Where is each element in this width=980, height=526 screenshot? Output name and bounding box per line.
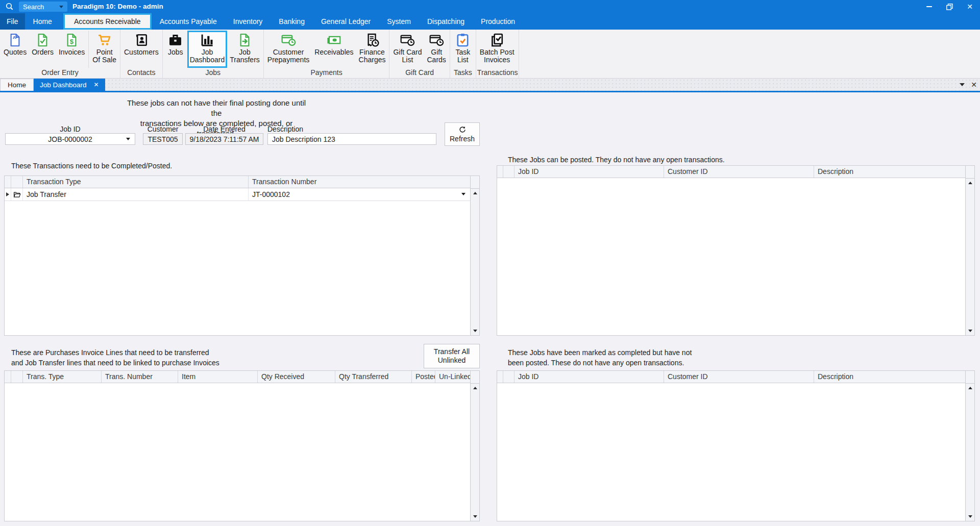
cell-dropdown-icon[interactable]: [461, 193, 465, 195]
column-header[interactable]: Description: [814, 371, 965, 383]
receipt-clock-icon: [365, 32, 380, 48]
active-tab-underline: [0, 91, 980, 92]
column-header[interactable]: Job ID: [514, 166, 664, 178]
ribbon-button-label: Job Transfers: [230, 48, 260, 64]
column-header[interactable]: Qty Received: [258, 371, 335, 383]
tab-close-icon[interactable]: ✕: [94, 81, 99, 88]
vertical-scrollbar[interactable]: [470, 371, 479, 521]
vertical-scrollbar[interactable]: [965, 371, 974, 521]
scroll-up-button[interactable]: [966, 384, 974, 392]
transaction-number-cell[interactable]: JT-0000102: [249, 188, 470, 201]
table-row[interactable]: Job TransferJT-0000102: [5, 188, 470, 201]
job-id-combo[interactable]: JOB-0000002: [5, 133, 135, 145]
column-header[interactable]: Customer ID: [664, 371, 814, 383]
ribbon-group-label: Order Entry: [1, 68, 119, 78]
scroll-down-button[interactable]: [471, 512, 479, 521]
ribbon-button-invoices[interactable]: $Invoices: [56, 31, 87, 68]
ribbon-button-orders[interactable]: Orders: [29, 31, 56, 68]
minimize-button[interactable]: [919, 0, 939, 13]
menu-tab-accounts-payable[interactable]: Accounts Payable: [152, 13, 225, 30]
menu-tab-production[interactable]: Production: [473, 13, 523, 30]
column-header[interactable]: Un-Linked: [435, 371, 470, 383]
column-header[interactable]: Trans. Number: [102, 371, 178, 383]
column-header[interactable]: Transaction Number: [249, 176, 470, 188]
close-document-icon[interactable]: ✕: [971, 81, 977, 88]
column-header[interactable]: Trans. Type: [23, 371, 102, 383]
scrollbar-track[interactable]: [966, 392, 974, 512]
ribbon-button-customers[interactable]: Customers: [121, 31, 161, 68]
ribbon-button-gift-cards[interactable]: Gift Cards: [424, 31, 448, 68]
ribbon-button-quotes[interactable]: ”Quotes: [1, 31, 29, 68]
title-bar: Search Paradigm 10: Demo - admin ✕: [0, 0, 980, 13]
date-entered-value: 9/18/2023 7:11:57 AM: [190, 135, 259, 143]
column-header[interactable]: Customer ID: [664, 166, 814, 178]
clipboard-check-icon: [455, 32, 470, 48]
ribbon-button-task-list[interactable]: Task List: [451, 31, 475, 68]
ribbon-button-point-of-sale[interactable]: Point Of Sale: [90, 31, 119, 68]
scroll-up-button[interactable]: [966, 179, 974, 187]
menu-tab-home[interactable]: Home: [25, 13, 60, 30]
menu-tab-inventory[interactable]: Inventory: [225, 13, 271, 30]
search-dropdown-caret-icon[interactable]: [59, 6, 63, 8]
application-window: Search Paradigm 10: Demo - admin ✕ FileH…: [0, 0, 980, 526]
column-header[interactable]: Transaction Type: [23, 176, 249, 188]
ribbon-group-label: Gift Card: [390, 68, 448, 78]
transaction-type-cell[interactable]: Job Transfer: [23, 188, 249, 201]
transfer-all-unlinked-button[interactable]: Transfer All Unlinked: [424, 344, 480, 368]
document-tab-job-dashboard[interactable]: Job Dashboard✕: [34, 79, 105, 91]
column-header[interactable]: Job ID: [514, 371, 664, 383]
column-header[interactable]: Description: [814, 166, 965, 178]
customer-id-value: TEST005: [148, 135, 178, 143]
tab-list-dropdown-icon[interactable]: [960, 83, 965, 86]
quote-document-icon: ”: [8, 32, 22, 48]
scroll-up-button[interactable]: [471, 384, 479, 392]
document-tab-label: Job Dashboard: [40, 81, 87, 89]
column-header[interactable]: Posted: [412, 371, 435, 383]
ribbon-button-finance-charges[interactable]: Finance Charges: [356, 31, 388, 68]
close-button[interactable]: ✕: [960, 0, 980, 13]
ribbon-button-job-dashboard[interactable]: Job Dashboard: [187, 31, 228, 68]
scroll-up-button[interactable]: [471, 189, 479, 197]
refresh-button[interactable]: Refresh: [445, 122, 480, 146]
scrollbar-track[interactable]: [471, 197, 479, 327]
search-input[interactable]: Search: [19, 2, 67, 12]
minimize-icon: [926, 6, 932, 7]
card-clock-black-icon: [429, 32, 444, 48]
ribbon-button-customer-prepayments[interactable]: Customer Prepayments: [265, 31, 312, 68]
document-tab-home[interactable]: Home: [0, 79, 34, 91]
menu-tab-general-ledger[interactable]: General Ledger: [313, 13, 379, 30]
menu-tab-system[interactable]: System: [379, 13, 419, 30]
description-field[interactable]: Job Description 123: [267, 133, 436, 145]
column-header[interactable]: Item: [178, 371, 258, 383]
column-header[interactable]: Qty Transferred: [335, 371, 412, 383]
ribbon-button-label: Customer Prepayments: [267, 48, 309, 64]
vertical-scrollbar[interactable]: [470, 176, 479, 335]
row-indicator-header: [503, 166, 514, 178]
job-id-dropdown-icon[interactable]: [126, 138, 130, 140]
menu-tab-accounts-receivable[interactable]: Accounts Receivable: [63, 13, 152, 30]
ribbon-button-label: Customers: [124, 48, 159, 56]
card-clock-black-icon: [400, 32, 415, 48]
ribbon-button-gift-card-list[interactable]: Gift Card List: [390, 31, 424, 68]
scroll-down-button[interactable]: [471, 327, 479, 335]
row-focus-arrow-icon: [5, 188, 11, 201]
menu-tab-dispatching[interactable]: Dispatching: [419, 13, 473, 30]
vertical-scrollbar[interactable]: [965, 166, 974, 335]
scrollbar-track[interactable]: [471, 392, 479, 512]
ribbon-group-jobs: JobsJob DashboardJob TransfersJobs: [163, 30, 264, 78]
restore-button[interactable]: [939, 0, 960, 13]
purchase-invoice-lines-grid: Trans. TypeTrans. NumberItemQty Received…: [4, 370, 480, 521]
scroll-down-button[interactable]: [966, 327, 974, 335]
menu-tab-file[interactable]: File: [0, 13, 25, 30]
scroll-down-button[interactable]: [966, 512, 974, 521]
ribbon-button-jobs[interactable]: Jobs: [164, 31, 187, 68]
ribbon-button-job-transfers[interactable]: Job Transfers: [227, 31, 262, 68]
scrollbar-track[interactable]: [966, 187, 974, 327]
info-line-1: These jobs can not have their final post…: [121, 98, 311, 118]
ribbon-button-receivables[interactable]: Receivables: [312, 31, 356, 68]
menu-tab-banking[interactable]: Banking: [271, 13, 313, 30]
ribbon-group-label: Contacts: [121, 68, 161, 78]
completed-jobs-caption: These Jobs have been marked as completed…: [508, 347, 692, 368]
grid-header: Job IDCustomer IDDescription: [497, 371, 965, 383]
ribbon-button-batch-post-invoices[interactable]: Batch Post Invoices: [477, 31, 517, 68]
